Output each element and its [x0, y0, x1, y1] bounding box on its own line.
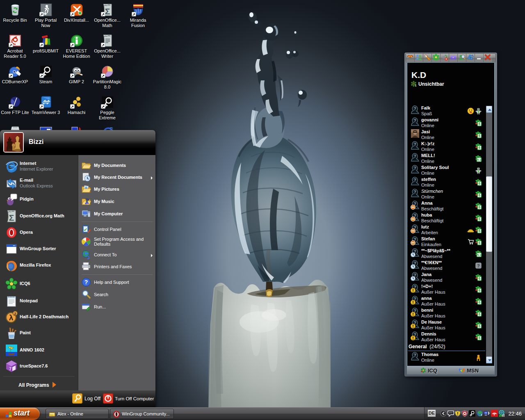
svg-text:λ: λ — [9, 313, 14, 322]
svg-text:Σ: Σ — [9, 213, 14, 222]
svg-text:i: i — [481, 413, 482, 417]
svg-text:2: 2 — [14, 311, 16, 316]
svg-text:1: 1 — [415, 84, 417, 87]
svg-text:7: 7 — [9, 366, 11, 371]
svg-text:?: ? — [84, 279, 88, 285]
svg-text:Σ: Σ — [105, 7, 110, 16]
